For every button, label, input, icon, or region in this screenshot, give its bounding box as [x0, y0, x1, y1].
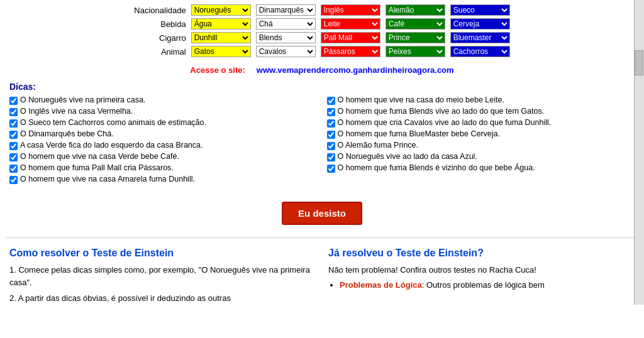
clue-left-text-5: O homem que vive na casa Verde bebe Café…: [20, 152, 179, 161]
table-cell-r0-c0[interactable]: NorueguêsDinamarquêsInglêsAlemãoSueco: [189, 3, 253, 17]
row-label-bebida: Bebida: [131, 17, 188, 31]
clue-right-6: O homem que fuma Blends é vizinho do que…: [327, 163, 635, 173]
select-r0-c0[interactable]: NorueguêsDinamarquêsInglêsAlemãoSueco: [191, 4, 251, 16]
clue-left-4: A casa Verde fica do lado esquerdo da ca…: [9, 141, 318, 150]
select-r1-c1[interactable]: ÁguaCháLeiteCaféCerveja: [256, 18, 316, 30]
clue-right-checkbox-2[interactable]: [327, 119, 335, 128]
table-cell-r3-c4[interactable]: GatosCavalosPássarosPeixesCachorros: [448, 45, 513, 58]
clue-right-checkbox-1[interactable]: [327, 108, 335, 116]
clue-right-text-4: O Alemão fuma Prince.: [338, 141, 419, 150]
clue-left-2: O Sueco tem Cachorros como animais de es…: [9, 118, 318, 128]
clue-left-7: O homem que vive na casa Amarela fuma Du…: [9, 175, 318, 184]
select-r1-c4[interactable]: ÁguaCháLeiteCaféCerveja: [450, 18, 510, 30]
select-r1-c3[interactable]: ÁguaCháLeiteCaféCerveja: [386, 18, 445, 30]
bottom-right-intro: Não tem problema! Confira outros testes …: [328, 264, 634, 276]
site-link-url[interactable]: www.vemaprendercomo.ganhardinheiroagora.…: [257, 65, 454, 75]
select-r2-c2[interactable]: DunhillBlendsPall MallPrinceBluemaster: [321, 32, 380, 43]
row-label-animal: Animal: [131, 45, 188, 58]
select-r2-c1[interactable]: DunhillBlendsPall MallPrinceBluemaster: [256, 32, 316, 43]
clue-left-checkbox-2[interactable]: [9, 119, 18, 128]
site-link-prefix: Acesse o site:: [190, 65, 245, 75]
table-cell-r2-c1[interactable]: DunhillBlendsPall MallPrinceBluemaster: [253, 31, 318, 45]
clue-right-1: O homem que fuma Blends vive ao lado do …: [327, 107, 635, 116]
clue-right-text-3: O homem que fuma BlueMaster bebe Cerveja…: [338, 129, 500, 138]
dicas-title: Dicas:: [9, 82, 634, 92]
select-r3-c2[interactable]: GatosCavalosPássarosPeixesCachorros: [321, 46, 380, 57]
table-cell-r1-c2[interactable]: ÁguaCháLeiteCaféCerveja: [318, 17, 383, 31]
scrollbar[interactable]: [634, 0, 644, 305]
puzzle-table: NacionalidadeNorueguêsDinamarquêsInglêsA…: [131, 3, 512, 58]
table-cell-r2-c0[interactable]: DunhillBlendsPall MallPrinceBluemaster: [189, 31, 253, 45]
row-label-nacionalidade: Nacionalidade: [131, 3, 188, 17]
clue-right-checkbox-6[interactable]: [327, 165, 335, 173]
table-cell-r1-c3[interactable]: ÁguaCháLeiteCaféCerveja: [383, 17, 448, 31]
clue-left-3: O Dinamarquês bebe Chá.: [9, 129, 318, 139]
select-r0-c2[interactable]: NorueguêsDinamarquêsInglêsAlemãoSueco: [321, 4, 380, 16]
table-cell-r3-c1[interactable]: GatosCavalosPássarosPeixesCachorros: [253, 45, 318, 58]
select-r3-c0[interactable]: GatosCavalosPássarosPeixesCachorros: [191, 46, 251, 57]
table-cell-r2-c3[interactable]: DunhillBlendsPall MallPrinceBluemaster: [383, 31, 448, 45]
scrollbar-thumb[interactable]: [635, 50, 643, 75]
select-r3-c4[interactable]: GatosCavalosPássarosPeixesCachorros: [450, 46, 510, 57]
clue-left-checkbox-7[interactable]: [9, 176, 18, 184]
select-r0-c1[interactable]: NorueguêsDinamarquêsInglêsAlemãoSueco: [256, 4, 316, 16]
clue-left-checkbox-3[interactable]: [9, 131, 18, 139]
clue-left-checkbox-0[interactable]: [9, 97, 18, 105]
table-cell-r3-c2[interactable]: GatosCavalosPássarosPeixesCachorros: [318, 45, 383, 58]
select-r0-c4[interactable]: NorueguêsDinamarquêsInglêsAlemãoSueco: [450, 4, 510, 16]
clue-left-text-1: O Inglês vive na casa Vermelha.: [20, 107, 133, 116]
site-link-bar: Acesse o site: www.vemaprendercomo.ganha…: [0, 62, 634, 79]
clue-left-text-2: O Sueco tem Cachorros como animais de es…: [20, 118, 206, 127]
select-r1-c0[interactable]: ÁguaCháLeiteCaféCerveja: [191, 18, 251, 30]
clue-left-checkbox-6[interactable]: [9, 165, 18, 173]
eu-desisto-button[interactable]: Eu desisto: [282, 202, 362, 225]
select-r3-c1[interactable]: GatosCavalosPássarosPeixesCachorros: [256, 46, 316, 57]
table-cell-r2-c2[interactable]: DunhillBlendsPall MallPrinceBluemaster: [318, 31, 383, 45]
table-cell-r1-c4[interactable]: ÁguaCháLeiteCaféCerveja: [448, 17, 513, 31]
clue-right-checkbox-4[interactable]: [327, 142, 335, 150]
clue-right-text-5: O Norueguês vive ao lado da casa Azul.: [338, 152, 477, 161]
clue-left-checkbox-5[interactable]: [9, 153, 18, 161]
clues-right: O homem que vive na casa do meio bebe Le…: [324, 95, 635, 186]
clue-right-text-6: O homem que fuma Blends é vizinho do que…: [338, 163, 535, 172]
table-cell-r3-c3[interactable]: GatosCavalosPássarosPeixesCachorros: [383, 45, 448, 58]
clue-left-0: O Norueguês vive na primeira casa.: [9, 95, 318, 105]
button-section: Eu desisto: [0, 189, 634, 237]
clue-right-3: O homem que fuma BlueMaster bebe Cerveja…: [327, 129, 635, 139]
table-cell-r1-c1[interactable]: ÁguaCháLeiteCaféCerveja: [253, 17, 318, 31]
table-cell-r0-c4[interactable]: NorueguêsDinamarquêsInglêsAlemãoSueco: [448, 3, 513, 17]
select-r2-c0[interactable]: DunhillBlendsPall MallPrinceBluemaster: [191, 32, 251, 43]
select-r2-c3[interactable]: DunhillBlendsPall MallPrinceBluemaster: [386, 32, 445, 43]
bottom-left-step2: 2. A partir das dicas óbvias, é possível…: [9, 292, 316, 305]
clue-right-checkbox-0[interactable]: [327, 97, 335, 105]
table-cell-r0-c3[interactable]: NorueguêsDinamarquêsInglêsAlemãoSueco: [383, 3, 448, 17]
bottom-left: Como resolver o Teste de Einstein 1. Com…: [9, 248, 316, 305]
clue-right-checkbox-3[interactable]: [327, 131, 335, 139]
clue-left-checkbox-1[interactable]: [9, 108, 18, 116]
puzzle-table-section: NacionalidadeNorueguêsDinamarquêsInglêsA…: [0, 0, 634, 62]
table-cell-r2-c4[interactable]: DunhillBlendsPall MallPrinceBluemaster: [448, 31, 513, 45]
list-item: Problemas de Lógica: Outros problemas de…: [340, 280, 634, 290]
table-cell-r0-c1[interactable]: NorueguêsDinamarquêsInglêsAlemãoSueco: [253, 3, 318, 17]
clue-left-text-6: O homem que fuma Pall Mall cria Pássaros…: [20, 163, 174, 172]
clue-right-2: O homem que cria Cavalos vive ao lado do…: [327, 118, 635, 128]
clue-left-1: O Inglês vive na casa Vermelha.: [9, 107, 318, 116]
table-cell-r0-c2[interactable]: NorueguêsDinamarquêsInglêsAlemãoSueco: [318, 3, 383, 17]
select-r1-c2[interactable]: ÁguaCháLeiteCaféCerveja: [321, 18, 380, 30]
table-cell-r1-c0[interactable]: ÁguaCháLeiteCaféCerveja: [189, 17, 253, 31]
select-r2-c4[interactable]: DunhillBlendsPall MallPrinceBluemaster: [450, 32, 510, 43]
clues-left: O Norueguês vive na primeira casa.O Ingl…: [9, 95, 324, 186]
table-cell-r3-c0[interactable]: GatosCavalosPássarosPeixesCachorros: [189, 45, 253, 58]
clues-container: O Norueguês vive na primeira casa.O Ingl…: [9, 95, 634, 186]
clue-right-checkbox-5[interactable]: [327, 153, 335, 161]
select-r0-c3[interactable]: NorueguêsDinamarquêsInglêsAlemãoSueco: [386, 4, 445, 16]
clue-left-6: O homem que fuma Pall Mall cria Pássaros…: [9, 163, 318, 173]
row-label-cigarro: Cigarro: [131, 31, 188, 45]
clue-right-text-1: O homem que fuma Blends vive ao lado do …: [338, 107, 545, 116]
clue-left-5: O homem que vive na casa Verde bebe Café…: [9, 152, 318, 161]
logica-link[interactable]: Problemas de Lógica: [340, 280, 422, 290]
bottom-section: Como resolver o Teste de Einstein 1. Com…: [0, 238, 634, 305]
select-r3-c3[interactable]: GatosCavalosPássarosPeixesCachorros: [386, 46, 445, 57]
clue-right-4: O Alemão fuma Prince.: [327, 141, 635, 150]
clue-left-checkbox-4[interactable]: [9, 142, 18, 150]
